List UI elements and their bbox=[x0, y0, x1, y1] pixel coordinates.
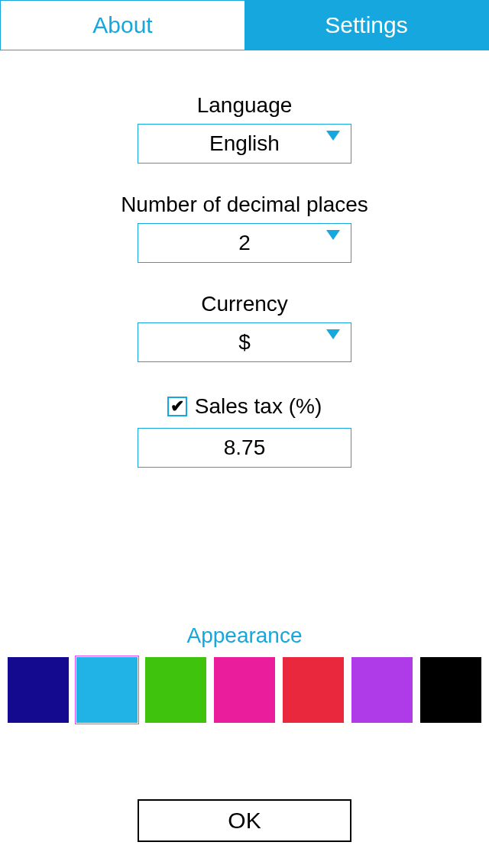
currency-select[interactable]: $ bbox=[138, 322, 351, 362]
appearance-title: Appearance bbox=[186, 623, 302, 648]
decimals-value: 2 bbox=[238, 231, 251, 255]
tab-settings-label: Settings bbox=[325, 12, 407, 38]
settings-form: Language English Number of decimal place… bbox=[0, 50, 489, 468]
color-swatch[interactable] bbox=[8, 657, 69, 723]
color-swatch[interactable] bbox=[283, 657, 344, 723]
sales-tax-value: 8.75 bbox=[224, 436, 266, 460]
tab-about-label: About bbox=[92, 12, 152, 38]
color-swatch[interactable] bbox=[351, 657, 413, 723]
tab-bar: About Settings bbox=[0, 0, 489, 50]
chevron-down-icon bbox=[326, 230, 340, 240]
color-swatch[interactable] bbox=[145, 657, 206, 723]
decimals-label: Number of decimal places bbox=[121, 193, 368, 217]
sales-tax-row: ✔ Sales tax (%) bbox=[167, 394, 322, 419]
language-label: Language bbox=[197, 93, 293, 118]
language-select[interactable]: English bbox=[138, 124, 351, 164]
language-group: Language English bbox=[138, 93, 351, 164]
color-swatches bbox=[0, 657, 489, 723]
color-swatch[interactable] bbox=[214, 657, 275, 723]
decimals-select[interactable]: 2 bbox=[138, 223, 351, 263]
language-value: English bbox=[209, 131, 280, 156]
tab-about[interactable]: About bbox=[1, 1, 244, 50]
color-swatch[interactable] bbox=[420, 657, 481, 723]
currency-group: Currency $ bbox=[138, 292, 351, 362]
tab-settings[interactable]: Settings bbox=[244, 1, 488, 50]
currency-label: Currency bbox=[201, 292, 288, 316]
appearance-section: Appearance bbox=[0, 623, 489, 723]
ok-button-label: OK bbox=[228, 808, 261, 834]
decimals-group: Number of decimal places 2 bbox=[121, 193, 368, 263]
sales-tax-checkbox[interactable]: ✔ bbox=[167, 397, 187, 416]
color-swatch[interactable] bbox=[76, 657, 138, 723]
sales-tax-label: Sales tax (%) bbox=[195, 394, 322, 419]
ok-button[interactable]: OK bbox=[138, 799, 351, 842]
sales-tax-input[interactable]: 8.75 bbox=[138, 428, 351, 468]
chevron-down-icon bbox=[326, 329, 340, 339]
chevron-down-icon bbox=[326, 131, 340, 141]
check-icon: ✔ bbox=[170, 398, 184, 415]
currency-value: $ bbox=[238, 330, 251, 355]
